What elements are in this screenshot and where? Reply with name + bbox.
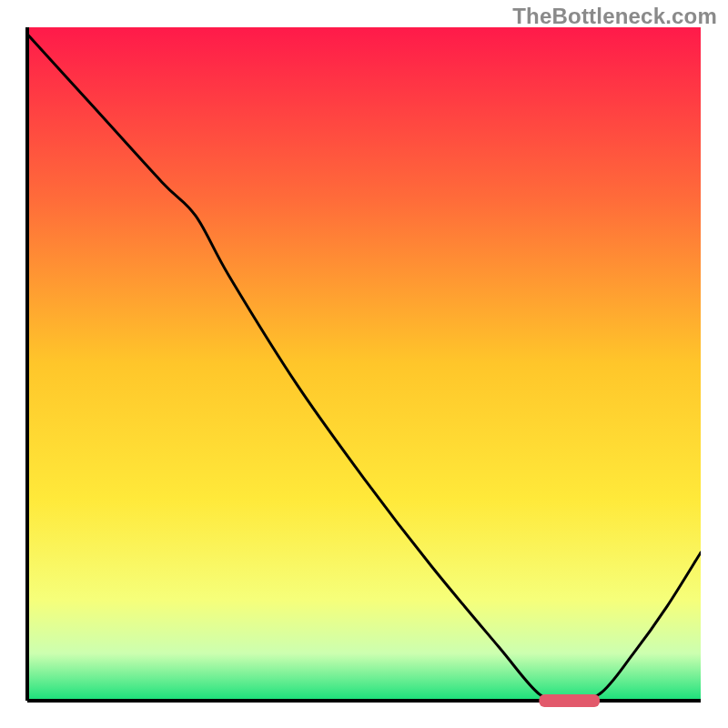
bottleneck-curve-chart [0, 0, 728, 728]
plot-background-gradient [27, 27, 701, 701]
optimal-range-marker [539, 694, 600, 707]
chart-stage: TheBottleneck.com [0, 0, 728, 728]
